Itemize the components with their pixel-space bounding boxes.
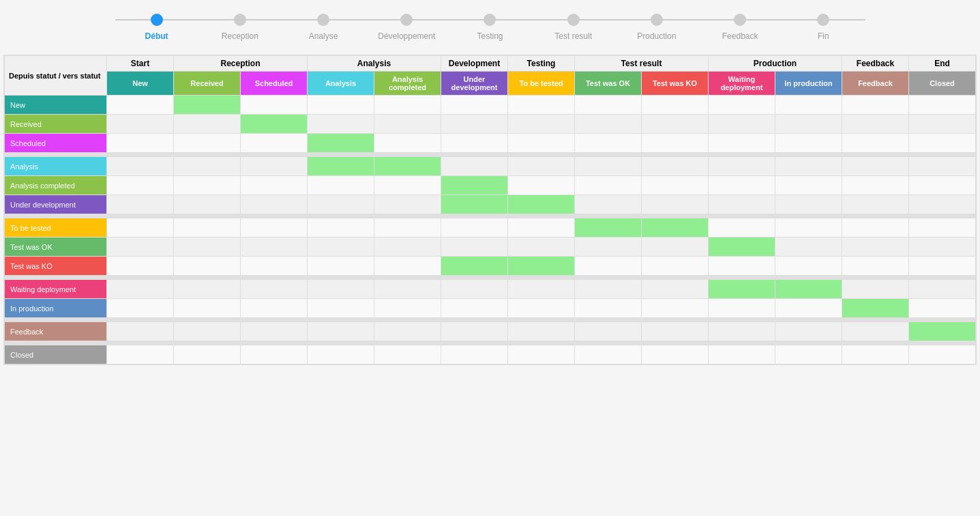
cell-10-3 (308, 299, 374, 318)
row-label-7: Test was OK (5, 238, 107, 257)
table-row: To be tested (5, 218, 976, 238)
cell-12-4 (374, 345, 441, 364)
progress-label-8: Fin (782, 31, 865, 41)
cell-2-2 (241, 134, 308, 153)
cell-2-8 (642, 134, 709, 153)
cell-11-0 (107, 322, 174, 341)
cell-10-12 (909, 299, 976, 318)
cell-9-9 (709, 280, 775, 299)
cell-5-4 (374, 195, 441, 214)
cell-11-1 (174, 322, 241, 341)
table-row: Test was KO (5, 257, 976, 276)
cell-5-6 (508, 195, 575, 214)
cell-2-10 (775, 134, 842, 153)
cell-5-2 (241, 195, 308, 214)
cell-0-12 (909, 96, 976, 115)
cell-3-4 (374, 157, 441, 176)
progress-step-5[interactable] (532, 14, 615, 26)
table-body: NewReceivedScheduledAnalysisAnalysis com… (5, 96, 976, 364)
cell-2-12 (909, 134, 976, 153)
cell-4-9 (709, 176, 775, 195)
progress-step-7[interactable] (698, 14, 782, 26)
cell-5-0 (107, 195, 174, 214)
cell-12-12 (909, 345, 976, 364)
sub-header-2: Scheduled (241, 72, 308, 96)
cell-8-1 (174, 257, 241, 276)
cell-10-11 (842, 299, 909, 318)
progress-step-4[interactable] (448, 14, 531, 26)
cell-6-10 (775, 218, 842, 238)
cell-11-3 (308, 322, 374, 341)
group-start: Start (107, 56, 174, 72)
cell-11-12 (909, 322, 976, 341)
cell-6-9 (709, 218, 775, 238)
sub-header-row: NewReceivedScheduledAnalysisAnalysis com… (5, 72, 976, 96)
progress-step-0[interactable] (115, 14, 198, 26)
progress-section: Début Reception Analyse Développement Te… (0, 0, 980, 48)
sub-header-7: Test was OK (575, 72, 642, 96)
cell-9-6 (508, 280, 575, 299)
progress-label-1: Reception (198, 31, 282, 41)
cell-2-4 (374, 134, 441, 153)
cell-7-8 (642, 238, 709, 257)
cell-12-0 (107, 345, 174, 364)
progress-dot-3 (400, 14, 413, 26)
cell-4-4 (374, 176, 441, 195)
cell-10-7 (575, 299, 642, 318)
cell-6-2 (241, 218, 308, 238)
cell-10-0 (107, 299, 174, 318)
cell-5-12 (909, 195, 976, 214)
cell-11-2 (241, 322, 308, 341)
cell-3-9 (709, 157, 775, 176)
cell-7-3 (308, 238, 374, 257)
cell-4-6 (508, 176, 575, 195)
progress-step-3[interactable] (365, 14, 448, 26)
cell-4-3 (308, 176, 374, 195)
cell-4-1 (174, 176, 241, 195)
cell-10-9 (709, 299, 775, 318)
table-row: Analysis (5, 157, 976, 176)
cell-1-1 (174, 115, 241, 134)
cell-7-6 (508, 238, 575, 257)
cell-3-1 (174, 157, 241, 176)
cell-6-4 (374, 218, 441, 238)
sub-header-8: Test was KO (642, 72, 709, 96)
cell-11-10 (775, 322, 842, 341)
cell-7-5 (441, 238, 508, 257)
progress-step-6[interactable] (615, 14, 698, 26)
group-feedback: Feedback (842, 56, 909, 72)
sub-header-0: New (107, 72, 174, 96)
progress-label-5: Test result (532, 31, 615, 41)
progress-label-7: Feedback (698, 31, 782, 41)
sub-header-1: Received (174, 72, 241, 96)
corner-header: Depuis statut / vers statut (5, 56, 107, 96)
cell-12-3 (308, 345, 374, 364)
group-test-result: Test result (575, 56, 709, 72)
cell-12-9 (709, 345, 775, 364)
table-row: Received (5, 115, 976, 134)
cell-1-11 (842, 115, 909, 134)
group-end: End (909, 56, 976, 72)
cell-6-0 (107, 218, 174, 238)
progress-dot-2 (317, 14, 329, 26)
sub-header-6: To be tested (508, 72, 575, 96)
progress-labels: Début Reception Analyse Développement Te… (115, 31, 865, 41)
cell-1-12 (909, 115, 976, 134)
progress-step-1[interactable] (198, 14, 282, 26)
progress-label-0: Début (115, 31, 198, 41)
cell-9-5 (441, 280, 508, 299)
cell-7-12 (909, 238, 976, 257)
cell-10-5 (441, 299, 508, 318)
cell-11-6 (508, 322, 575, 341)
row-label-5: Under development (5, 195, 107, 214)
progress-step-2[interactable] (282, 14, 365, 26)
row-label-9: Waiting deployment (5, 280, 107, 299)
row-label-12: Closed (5, 345, 107, 364)
cell-12-5 (441, 345, 508, 364)
cell-2-0 (107, 134, 174, 153)
progress-bar (115, 14, 865, 26)
row-label-4: Analysis completed (5, 176, 107, 195)
progress-step-8[interactable] (782, 14, 865, 26)
cell-5-7 (575, 195, 642, 214)
cell-3-0 (107, 157, 174, 176)
